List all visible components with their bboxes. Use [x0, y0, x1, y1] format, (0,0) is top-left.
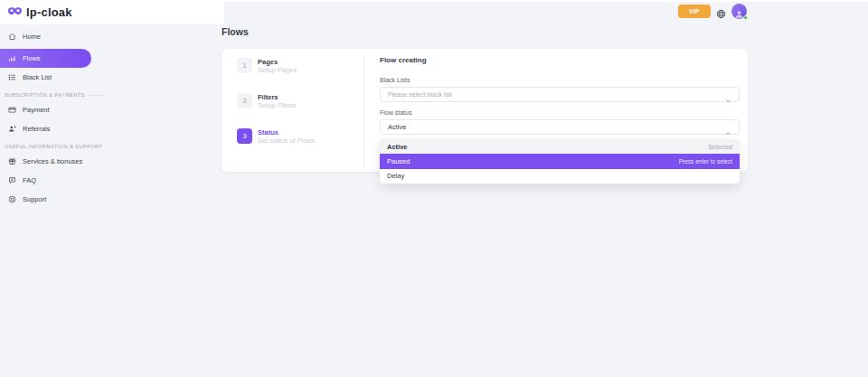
flow-status-value: Active [388, 123, 406, 131]
sidebar-item-label: Referrals [23, 125, 50, 133]
vip-button[interactable]: VIP [678, 5, 711, 18]
form-title: Flow creating [380, 56, 740, 64]
step-subtitle: Setup Filters [258, 101, 296, 109]
black-lists-placeholder: Please select black list [388, 91, 451, 98]
black-lists-select[interactable]: Please select black list [380, 87, 740, 102]
online-status-dot [743, 15, 748, 20]
page-title: Flows [222, 26, 249, 37]
gift-icon [8, 157, 16, 165]
sidebar-item-flows[interactable]: Flows [0, 49, 91, 68]
flow-status-select[interactable]: Active [380, 119, 740, 135]
option-delay[interactable]: Delay [380, 169, 740, 184]
section-divider [89, 95, 103, 96]
section-label-text: Subscription & Payments [5, 92, 85, 98]
sidebar-item-services-bonuses[interactable]: Services & bonuses [0, 155, 99, 167]
option-active[interactable]: Active Selected [380, 139, 740, 154]
mask-logo-icon [7, 5, 23, 21]
chat-icon [8, 176, 16, 184]
step-pages[interactable]: 1 Pages Setup Pages [237, 58, 354, 74]
sidebar-section-support: Useful information & Support [0, 144, 99, 149]
sidebar-item-label: Support [23, 195, 46, 203]
step-title: Status [258, 128, 315, 137]
section-label-text: Useful information & Support [5, 144, 102, 149]
chevron-down-icon [725, 91, 731, 98]
flow-status-dropdown: Active Selected Paused Press enter to se… [380, 139, 740, 184]
sidebar-item-home[interactable]: Home [0, 30, 99, 42]
avatar-figure-icon [734, 6, 744, 16]
option-hint: Selected [708, 144, 732, 150]
avatar[interactable] [731, 4, 747, 19]
sidebar-item-label: FAQ [23, 176, 36, 184]
step-number: 1 [237, 58, 252, 73]
step-subtitle: Set status of Flows [258, 137, 315, 145]
flows-icon [8, 54, 16, 62]
black-list-icon [8, 73, 16, 81]
credit-card-icon [8, 106, 16, 114]
sidebar: Home Flows Black List Subscription & Pay… [0, 27, 99, 212]
flow-creating-card: 1 Pages Setup Pages 2 Filters Setup Filt… [222, 49, 748, 172]
life-ring-icon [8, 195, 16, 203]
sidebar-item-label: Services & bonuses [23, 157, 82, 165]
sidebar-section-subscription: Subscription & Payments [0, 92, 99, 98]
sidebar-item-label: Payment [23, 106, 50, 114]
sidebar-item-label: Black List [23, 73, 52, 81]
step-title: Filters [258, 93, 296, 101]
sidebar-item-label: Flows [23, 54, 41, 62]
chevron-up-icon [725, 124, 731, 130]
sidebar-item-payment[interactable]: Payment [0, 103, 99, 116]
sidebar-item-label: Home [23, 33, 41, 41]
black-lists-label: Black Lists [380, 77, 740, 83]
app-logo[interactable]: lp-cloak [7, 5, 72, 21]
option-hint: Press enter to select [679, 158, 732, 165]
flow-stepper: 1 Pages Setup Pages 2 Filters Setup Filt… [237, 58, 354, 164]
option-label: Paused [387, 157, 410, 165]
flow-status-label: Flow status [380, 109, 740, 116]
sidebar-item-support[interactable]: Support [0, 193, 99, 205]
step-status[interactable]: 3 Status Set status of Flows [237, 128, 354, 145]
step-subtitle: Setup Pages [258, 66, 297, 74]
sidebar-item-faq[interactable]: FAQ [0, 174, 99, 186]
flow-creating-form: Flow creating Black Lists Please select … [380, 56, 740, 135]
people-icon [8, 125, 16, 133]
logo-text: lp-cloak [26, 5, 72, 19]
sidebar-item-black-list[interactable]: Black List [0, 71, 99, 83]
home-icon [8, 33, 16, 41]
option-label: Active [387, 143, 408, 151]
logo-panel: lp-cloak [0, 0, 224, 24]
option-label: Delay [387, 172, 404, 180]
globe-icon[interactable] [716, 6, 726, 16]
step-number: 2 [237, 93, 252, 108]
step-number: 3 [237, 128, 252, 144]
step-title: Pages [258, 58, 297, 66]
header-actions: VIP [678, 4, 747, 19]
sidebar-item-referrals[interactable]: Referrals [0, 122, 99, 135]
step-filters[interactable]: 2 Filters Setup Filters [237, 93, 354, 109]
option-paused[interactable]: Paused Press enter to select [380, 154, 740, 168]
card-divider [363, 54, 364, 166]
